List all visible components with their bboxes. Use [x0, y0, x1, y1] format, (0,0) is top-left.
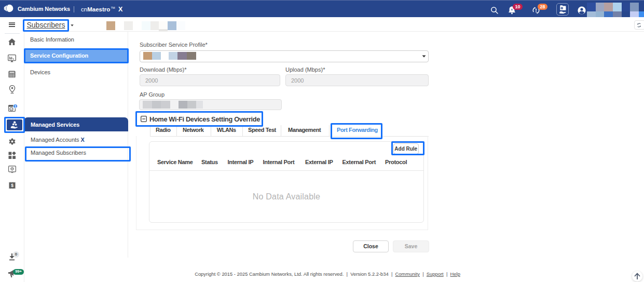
svg-text:$: $ [11, 183, 13, 188]
